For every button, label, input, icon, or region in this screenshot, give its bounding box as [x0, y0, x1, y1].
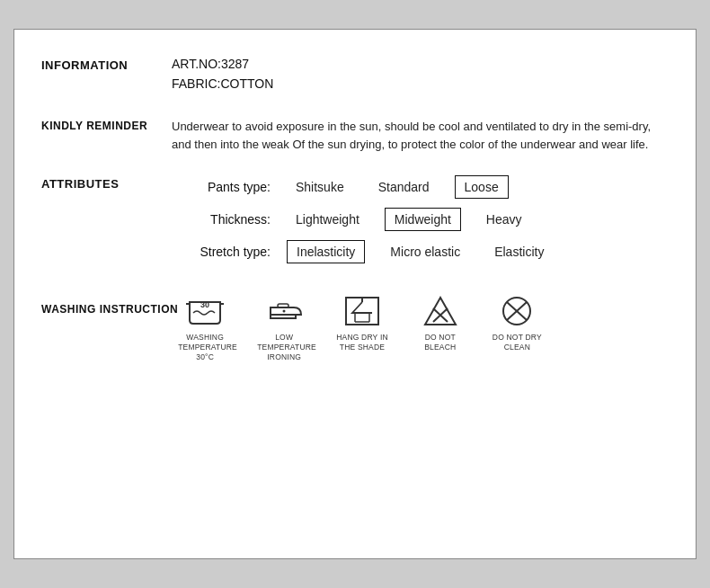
thickness-lightweight[interactable]: Lightweight: [287, 209, 368, 230]
no-bleach-item: DO NOT BLEACH: [413, 294, 467, 352]
attributes-content: Pants type: Shitsuke Standard Loose Thic…: [172, 175, 660, 272]
wash-temp-label: WASHINGTEMPERATURE 30°C: [178, 333, 232, 362]
art-no-line: ART.NO:3287: [172, 57, 660, 71]
hang-dry-label: HANG DRY INTHE SHADE: [336, 333, 388, 352]
no-dry-clean-icon: [497, 294, 537, 328]
thickness-label: Thickness:: [172, 212, 271, 227]
hang-dry-item: HANG DRY INTHE SHADE: [336, 294, 388, 352]
product-info-card: INFORMATION ART.NO:3287 FABRIC:COTTON KI…: [13, 29, 697, 559]
fabric-line: FABRIC:COTTON: [172, 76, 660, 91]
washing-content: 30 WASHINGTEMPERATURE 30°C: [178, 294, 660, 362]
pants-standard[interactable]: Standard: [369, 176, 439, 198]
no-bleach-icon: [421, 294, 460, 328]
no-bleach-label: DO NOT BLEACH: [413, 333, 467, 352]
svg-rect-4: [278, 304, 288, 307]
pants-loose[interactable]: Loose: [455, 175, 509, 199]
reminder-section: KINDLY REMINDER Underwear to avoid expos…: [41, 118, 660, 154]
reminder-text: Underwear to avoid exposure in the sun, …: [172, 118, 660, 154]
stretch-type-row: Stretch type: Inelasticity Micro elastic…: [172, 240, 660, 263]
pants-type-label: Pants type:: [172, 180, 271, 194]
wash-temp-icon: 30: [185, 294, 225, 328]
svg-rect-3: [271, 315, 296, 318]
pants-shitsuke[interactable]: Shitsuke: [287, 176, 353, 198]
no-dry-clean-item: DO NOT DRYCLEAN: [493, 294, 542, 352]
thickness-midweight[interactable]: Midweight: [385, 208, 461, 231]
stretch-micro[interactable]: Micro elastic: [381, 241, 469, 263]
thickness-heavy[interactable]: Heavy: [477, 209, 531, 230]
information-label: INFORMATION: [41, 57, 172, 96]
washing-section: WASHING INSTRUCTION 30: [41, 294, 660, 362]
svg-point-5: [283, 310, 286, 313]
stretch-type-label: Stretch type:: [172, 245, 271, 259]
svg-text:30: 30: [200, 300, 209, 309]
hang-dry-icon: [342, 294, 382, 328]
wash-temp-icon-item: 30 WASHINGTEMPERATURE 30°C: [178, 294, 232, 362]
stretch-inelasticity[interactable]: Inelasticity: [287, 240, 365, 263]
no-dry-clean-label: DO NOT DRYCLEAN: [493, 333, 542, 352]
information-content: ART.NO:3287 FABRIC:COTTON: [172, 57, 660, 96]
washing-label: WASHING INSTRUCTION: [41, 294, 178, 362]
attributes-section: ATTRIBUTES Pants type: Shitsuke Standard…: [41, 175, 660, 272]
thickness-row: Thickness: Lightweight Midweight Heavy: [172, 208, 660, 231]
stretch-elasticity[interactable]: Elasticity: [485, 241, 553, 263]
reminder-content: Underwear to avoid exposure in the sun, …: [172, 118, 660, 154]
pants-type-row: Pants type: Shitsuke Standard Loose: [172, 175, 660, 199]
low-temp-iron-label: LOW TEMPERATUREIRONING: [257, 333, 311, 362]
washing-icons-row: 30 WASHINGTEMPERATURE 30°C: [178, 294, 660, 362]
low-temp-iron-icon: [264, 294, 304, 328]
attributes-label: ATTRIBUTES: [41, 175, 172, 272]
low-temp-iron-item: LOW TEMPERATUREIRONING: [257, 294, 311, 362]
information-section: INFORMATION ART.NO:3287 FABRIC:COTTON: [41, 57, 660, 96]
reminder-label: KINDLY REMINDER: [41, 118, 172, 154]
